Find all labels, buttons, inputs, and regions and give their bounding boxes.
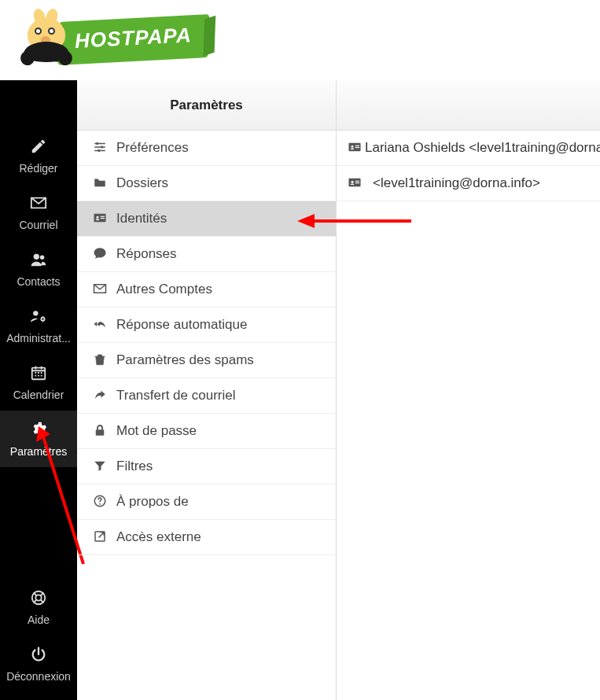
nav-mail[interactable]: Courriel <box>0 184 77 241</box>
row-label: Identités <box>116 211 167 227</box>
identity-row[interactable]: <level1training@dorna.info> <box>337 166 600 201</box>
power-icon <box>30 645 47 665</box>
users-icon <box>30 250 47 271</box>
nav-settings[interactable]: Paramètres <box>0 411 77 467</box>
reply-all-icon <box>88 317 112 333</box>
settings-item-filters[interactable]: Filtres <box>77 449 336 484</box>
envelope-icon <box>30 193 47 214</box>
nav-label: Rédiger <box>19 162 57 175</box>
settings-item-autoreply[interactable]: Réponse automatique <box>77 308 336 343</box>
row-label: Préférences <box>116 140 189 156</box>
primary-nav: Rédiger Courriel Contacts Administrat...… <box>0 80 77 700</box>
nav-label: Paramètres <box>10 445 67 458</box>
settings-list: Préférences Dossiers Identités Réponses … <box>77 131 336 555</box>
sliders-icon <box>88 140 112 157</box>
settings-item-about[interactable]: À propos de <box>77 484 336 520</box>
row-label: Paramètres des spams <box>116 352 254 368</box>
nav-contacts[interactable]: Contacts <box>0 241 77 297</box>
identities-header <box>337 80 600 131</box>
identities-list: Lariana Oshields <level1training@dorna.i… <box>337 131 600 201</box>
id-card-icon <box>88 211 112 227</box>
id-card-icon <box>348 140 362 157</box>
share-icon <box>88 388 112 404</box>
filter-icon <box>88 459 112 475</box>
envelope-icon <box>88 282 112 298</box>
calendar-icon <box>30 363 47 384</box>
brand-logo[interactable]: HOSTPAPA <box>12 9 208 72</box>
settings-item-preferences[interactable]: Préférences <box>77 131 336 166</box>
identity-row[interactable]: Lariana Oshields <level1training@dorna.i… <box>337 131 600 166</box>
nav-label: Contacts <box>17 275 60 288</box>
nav-label: Administrat... <box>6 332 71 344</box>
row-label: Réponse automatique <box>116 317 247 333</box>
folder-icon <box>88 175 112 192</box>
nav-label: Aide <box>28 613 50 626</box>
row-label: Transfert de courriel <box>116 388 235 403</box>
nav-label: Déconnexion <box>6 670 71 683</box>
settings-header: Paramètres <box>77 80 336 131</box>
row-label: Accès externe <box>116 529 201 545</box>
gear-icon <box>30 420 47 440</box>
row-label: Mot de passe <box>116 423 197 439</box>
row-label: Dossiers <box>116 175 168 191</box>
row-label: À propos de <box>116 494 189 510</box>
nav-help[interactable]: Aide <box>0 579 77 636</box>
lock-icon <box>88 423 112 440</box>
row-label: Autres Comptes <box>116 282 212 297</box>
settings-item-folders[interactable]: Dossiers <box>77 166 336 201</box>
settings-item-accounts[interactable]: Autres Comptes <box>77 272 336 308</box>
settings-item-spam[interactable]: Paramètres des spams <box>77 343 336 378</box>
settings-column: Paramètres Préférences Dossiers Identité… <box>77 80 337 700</box>
settings-item-password[interactable]: Mot de passe <box>77 414 336 449</box>
external-icon <box>88 529 112 546</box>
edit-icon <box>30 137 47 157</box>
settings-item-forward[interactable]: Transfert de courriel <box>77 378 336 414</box>
nav-admin[interactable]: Administrat... <box>0 297 77 354</box>
nav-calendar[interactable]: Calendrier <box>0 354 77 411</box>
nav-label: Courriel <box>19 219 57 231</box>
comment-icon <box>88 246 112 263</box>
identity-label: <level1training@dorna.info> <box>373 175 540 191</box>
trash-icon <box>88 352 112 369</box>
identity-label: Lariana Oshields <level1training@dorna.i… <box>365 140 600 156</box>
settings-item-identities[interactable]: Identités <box>77 201 336 237</box>
lifebuoy-icon <box>30 588 47 609</box>
nav-label: Calendrier <box>13 389 64 401</box>
question-icon <box>88 494 112 510</box>
nav-logout[interactable]: Déconnexion <box>0 636 77 692</box>
nav-compose[interactable]: Rédiger <box>0 127 77 184</box>
row-label: Réponses <box>116 246 177 262</box>
app-header: HOSTPAPA <box>0 0 600 80</box>
settings-item-responses[interactable]: Réponses <box>77 237 336 272</box>
row-label: Filtres <box>116 459 153 474</box>
settings-item-external[interactable]: Accès externe <box>77 520 336 555</box>
mascot-icon <box>20 9 75 72</box>
users-cog-icon <box>30 307 47 327</box>
id-card-icon <box>348 175 370 192</box>
identities-column: Lariana Oshields <level1training@dorna.i… <box>337 80 600 700</box>
